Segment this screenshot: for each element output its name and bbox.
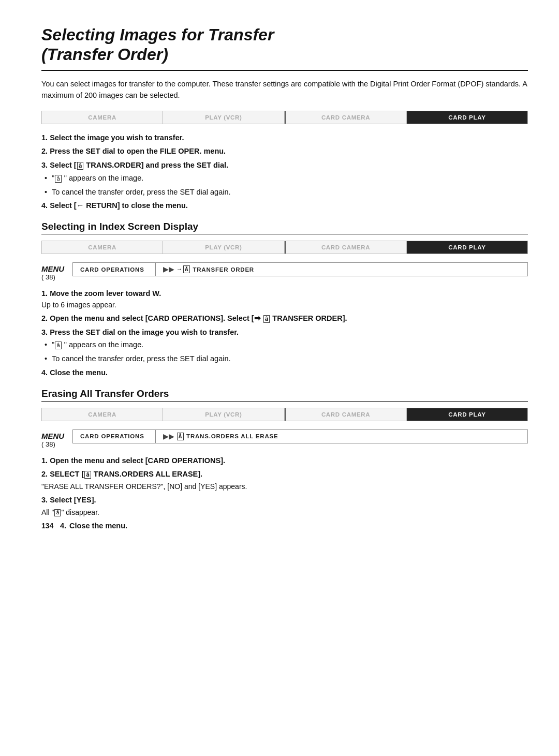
menu-cell-left-s2: CARD OPERATIONS	[73, 430, 156, 443]
tab-play-vcr-s1[interactable]: PLAY (VCR)	[163, 241, 284, 254]
menu-table-s1: CARD OPERATIONS ▶▶ →â TRANSFER ORDER	[72, 262, 528, 276]
tab-card-play-s1[interactable]: CARD PLAY	[407, 241, 527, 254]
menu-table-s2: CARD OPERATIONS ▶▶ â TRANS.ORDERS ALL ER…	[72, 429, 528, 443]
menu-cell-right-s1: ▶▶ →â TRANSFER ORDER	[156, 263, 527, 276]
s2-step-2: 2. SELECT [â TRANS.ORDERS ALL ERASE]. "E…	[41, 469, 528, 492]
s2-step-4: 134 4. Close the menu.	[41, 521, 528, 532]
tab-play-vcr[interactable]: PLAY (VCR)	[163, 111, 284, 124]
tab-bar-section2: CAMERA PLAY (VCR) CARD CAMERA CARD PLAY	[41, 408, 528, 421]
s1-step-4: 4. Close the menu.	[41, 367, 528, 379]
step-2: 2. Press the SET dial to open the FILE O…	[41, 146, 528, 157]
step-1: 1. Select the image you wish to transfer…	[41, 132, 528, 144]
page-number: 134	[41, 521, 57, 531]
xfer-icon-s1b: â	[55, 342, 62, 349]
step-4: 4. Select [← RETURN] to close the menu.	[41, 200, 528, 212]
s2-step-3-sub: All "â" disappear.	[41, 507, 528, 518]
tab-bar-main: CAMERA PLAY (VCR) CARD CAMERA CARD PLAY	[41, 111, 528, 124]
tab-card-camera-s1[interactable]: CARD CAMERA	[285, 241, 407, 254]
page-title: Selecting Images for Transfer (Transfer …	[41, 25, 528, 65]
section1-title: Selecting in Index Screen Display	[41, 221, 528, 234]
title-divider	[41, 70, 528, 71]
step-3-bullets: "â " appears on the image. To cancel the…	[41, 173, 528, 198]
tab-camera[interactable]: CAMERA	[42, 111, 163, 124]
s2-step-3: 3. Select [YES]. All "â" disappear.	[41, 495, 528, 518]
arrow-dbl-s2: ▶▶	[163, 433, 174, 440]
tab-card-camera-s2[interactable]: CARD CAMERA	[285, 408, 407, 421]
s1-step-1: 1. Move the zoom lever toward W. Up to 6…	[41, 288, 528, 310]
tab-camera-s1[interactable]: CAMERA	[42, 241, 163, 254]
s2-step-2-sub: "ERASE ALL TRANSFER ORDERS?", [NO] and […	[41, 481, 528, 492]
s1-step-1-sub: Up to 6 images appear.	[41, 300, 528, 310]
s1-step-3-bullets: "â " appears on the image. To cancel the…	[41, 339, 528, 365]
s1-step-3: 3. Press the SET dial on the image you w…	[41, 327, 528, 365]
menu-label-s2: MENU ( 38)	[41, 429, 72, 448]
tab-card-camera[interactable]: CARD CAMERA	[285, 111, 407, 124]
transfer-icon-inline: â	[55, 175, 62, 183]
tab-play-vcr-s2[interactable]: PLAY (VCR)	[163, 408, 284, 421]
steps-main: 1. Select the image you wish to transfer…	[41, 132, 528, 212]
transfer-icon-s1: â	[263, 315, 270, 323]
arrow-dbl-s1: ▶▶	[163, 265, 174, 273]
tab-bar-section1: CAMERA PLAY (VCR) CARD CAMERA CARD PLAY	[41, 241, 528, 254]
menu-block-section2: MENU ( 38) CARD OPERATIONS ▶▶ â TRANS.OR…	[41, 429, 528, 448]
menu-block-section1: MENU ( 38) CARD OPERATIONS ▶▶ →â TRANSFE…	[41, 262, 528, 281]
tab-card-play[interactable]: CARD PLAY	[407, 111, 527, 124]
menu-icon-s1: →â	[176, 265, 191, 273]
step-3: 3. Select [â TRANS.ORDER] and press the …	[41, 160, 528, 198]
menu-label-s1: MENU ( 38)	[41, 262, 72, 281]
menu-cell-right-s2: ▶▶ â TRANS.ORDERS ALL ERASE	[156, 430, 527, 443]
s1-step-2: 2. Open the menu and select [CARD OPERAT…	[41, 313, 528, 324]
section2-title: Erasing All Transfer Orders	[41, 388, 528, 402]
xfer-icon-s2: â	[84, 471, 91, 479]
menu-cell-left-s1: CARD OPERATIONS	[73, 263, 156, 276]
tab-card-play-s2[interactable]: CARD PLAY	[407, 408, 527, 421]
tab-camera-s2[interactable]: CAMERA	[42, 408, 163, 421]
intro-text: You can select images for transfer to th…	[41, 78, 528, 101]
steps-section1: 1. Move the zoom lever toward W. Up to 6…	[41, 288, 528, 379]
s2-step-1: 1. Open the menu and select [CARD OPERAT…	[41, 455, 528, 467]
menu-icon-s2: â	[176, 433, 184, 440]
steps-section2: 1. Open the menu and select [CARD OPERAT…	[41, 455, 528, 532]
transfer-icon: â	[77, 162, 84, 170]
